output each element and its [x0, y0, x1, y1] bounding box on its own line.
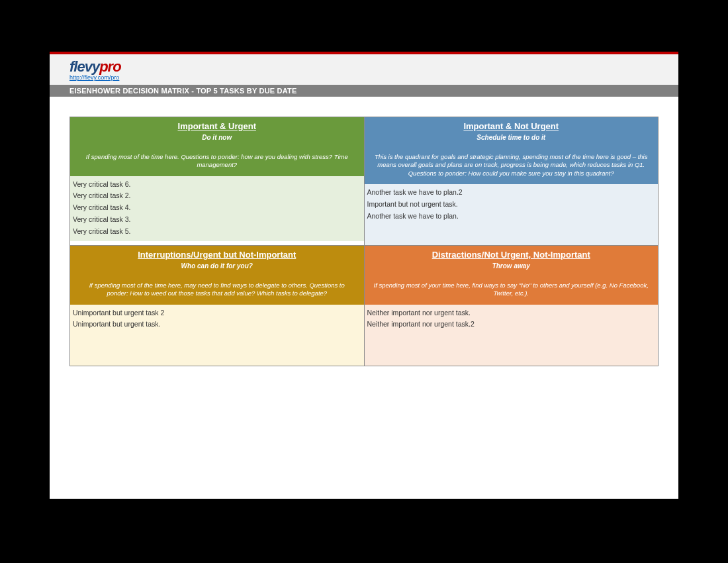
q1-header: Important & Urgent Do it now If spending… — [70, 117, 364, 176]
q1-action: Do it now — [75, 134, 359, 141]
q3-header: Interruptions/Urgent but Not-Important W… — [70, 246, 364, 305]
quadrant-q4: Distractions/Not Urgent, Not-Important T… — [364, 246, 659, 366]
quadrant-q2: Important & Not Urgent Schedule time to … — [364, 117, 659, 246]
document-page: flevypro http://flevy.com/pro EISENHOWER… — [50, 52, 678, 499]
q4-tasks: Neither important nor urgent task. Neith… — [365, 305, 659, 366]
task-item: Very critical task 6. — [73, 179, 361, 191]
q2-tasks: Another task we have to plan.2 Important… — [365, 184, 659, 245]
q4-header: Distractions/Not Urgent, Not-Important T… — [365, 246, 659, 305]
q1-title: Important & Urgent — [75, 121, 359, 131]
q3-tasks: Unimportant but urgent task 2 Unimportan… — [70, 305, 364, 366]
task-item: Very critical task 5. — [73, 226, 361, 238]
q1-description: If spending most of the time here. Quest… — [75, 153, 359, 170]
task-item: Very critical task 3. — [73, 214, 361, 226]
task-item: Unimportant but urgent task. — [73, 319, 361, 331]
quadrant-q1: Important & Urgent Do it now If spending… — [70, 117, 365, 246]
task-item: Another task we have to plan.2 — [367, 187, 656, 199]
q3-action: Who can do it for you? — [75, 262, 359, 270]
page-title: EISENHOWER DECISION MATRIX - TOP 5 TASKS… — [50, 85, 678, 97]
task-item: Neither important nor urgent task.2 — [367, 319, 656, 331]
matrix-container: Important & Urgent Do it now If spending… — [50, 97, 678, 499]
q2-title: Important & Not Urgent — [370, 121, 653, 131]
header: flevypro http://flevy.com/pro — [50, 54, 678, 85]
q3-title: Interruptions/Urgent but Not-Important — [75, 250, 359, 260]
q1-tasks: Very critical task 6. Very critical task… — [70, 176, 364, 242]
eisenhower-matrix: Important & Urgent Do it now If spending… — [69, 117, 659, 366]
q4-title: Distractions/Not Urgent, Not-Important — [370, 250, 653, 260]
logo-part-2: pro — [99, 58, 120, 75]
header-link[interactable]: http://flevy.com/pro — [69, 74, 119, 81]
task-item: Unimportant but urgent task 2 — [73, 307, 361, 319]
q4-action: Throw away — [370, 262, 653, 270]
task-item: Important but not urgent task. — [367, 199, 656, 211]
quadrant-q3: Interruptions/Urgent but Not-Important W… — [70, 246, 365, 366]
task-item: Very critical task 4. — [73, 202, 361, 214]
logo: flevypro — [69, 58, 121, 76]
logo-part-1: flevy — [69, 58, 99, 75]
q2-description: This is the quadrant for goals and strat… — [370, 153, 653, 178]
task-item: Very critical task 2. — [73, 190, 361, 202]
q2-header: Important & Not Urgent Schedule time to … — [365, 117, 659, 184]
q4-description: If spending most of your time here, find… — [370, 282, 653, 298]
task-item: Neither important nor urgent task. — [367, 307, 656, 319]
q3-description: If spending most of the time here, may n… — [75, 282, 359, 298]
task-item: Another task we have to plan. — [367, 211, 656, 223]
q2-action: Schedule time to do it — [370, 134, 653, 141]
